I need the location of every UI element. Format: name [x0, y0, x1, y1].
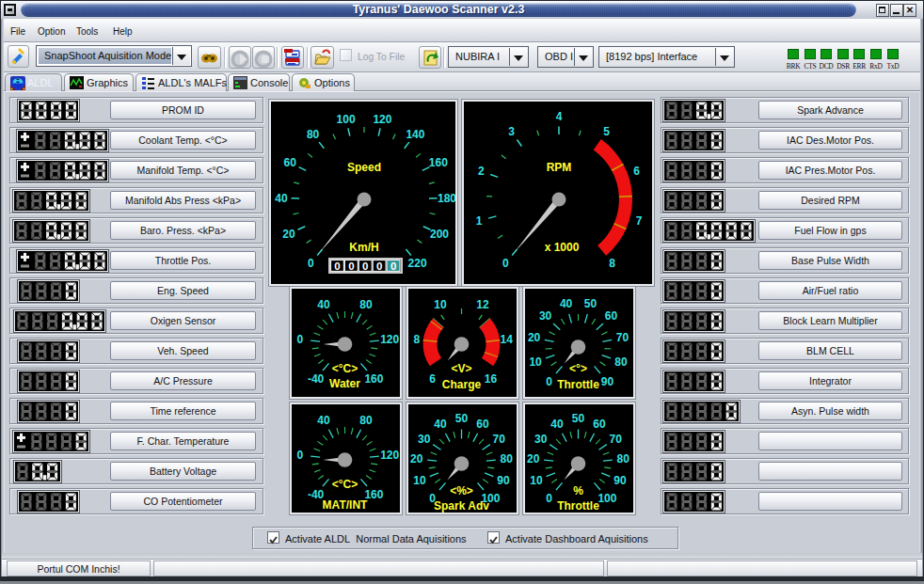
svg-text:80: 80 [359, 414, 373, 427]
svg-text:180: 180 [438, 192, 455, 205]
svg-text:Throttle: Throttle [557, 378, 599, 391]
svg-text:20: 20 [528, 331, 541, 344]
svg-text:140: 140 [406, 128, 424, 141]
svg-text:40: 40 [275, 192, 288, 205]
svg-text:20: 20 [282, 228, 295, 241]
svg-text:8: 8 [413, 333, 420, 346]
svg-text:120: 120 [380, 449, 399, 462]
svg-text:14: 14 [501, 333, 514, 346]
svg-text:120: 120 [380, 333, 399, 346]
svg-text:160: 160 [364, 372, 383, 386]
svg-text:80: 80 [359, 298, 373, 311]
svg-text:70: 70 [616, 331, 629, 344]
svg-text:70: 70 [610, 433, 623, 446]
svg-text:50: 50 [572, 412, 585, 425]
svg-text:10: 10 [413, 474, 426, 487]
svg-text:20: 20 [410, 452, 423, 466]
svg-text:Water: Water [329, 377, 360, 390]
svg-text:70: 70 [493, 433, 506, 446]
svg-text:Throttle: Throttle [557, 499, 599, 513]
svg-text:3: 3 [508, 125, 515, 138]
svg-text:120: 120 [373, 113, 391, 126]
svg-text:0: 0 [334, 260, 340, 272]
svg-text:40: 40 [560, 297, 573, 310]
svg-text:MAT/INT: MAT/INT [323, 498, 368, 512]
svg-text:0: 0 [376, 260, 382, 272]
svg-text:10: 10 [529, 355, 542, 369]
svg-text:90: 90 [613, 474, 627, 487]
svg-text:160: 160 [429, 156, 448, 169]
svg-text:100: 100 [597, 492, 616, 505]
svg-text:<°C>: <°C> [332, 362, 358, 375]
svg-text:6: 6 [633, 165, 640, 178]
svg-text:<V>: <V> [451, 362, 471, 375]
svg-text:40: 40 [550, 418, 564, 431]
svg-text:1: 1 [476, 214, 483, 228]
svg-text:50: 50 [584, 297, 597, 310]
svg-text:12: 12 [476, 298, 489, 311]
svg-text:0: 0 [296, 449, 303, 462]
svg-text:80: 80 [614, 355, 628, 369]
svg-text:Spark Adv: Spark Adv [434, 499, 489, 513]
svg-text:0: 0 [546, 375, 552, 388]
svg-text:100: 100 [337, 113, 356, 126]
svg-text:20: 20 [527, 452, 540, 466]
svg-text:200: 200 [430, 228, 449, 241]
svg-text:<°C>: <°C> [332, 478, 358, 491]
svg-text:40: 40 [317, 298, 330, 311]
svg-text:Charge: Charge [442, 378, 482, 391]
svg-text:Speed: Speed [347, 161, 381, 174]
svg-text:80: 80 [307, 128, 320, 141]
svg-text:80: 80 [617, 452, 630, 466]
svg-text:60: 60 [284, 156, 297, 169]
svg-text:0: 0 [362, 260, 368, 272]
svg-text:16: 16 [485, 372, 498, 386]
svg-text:220: 220 [408, 257, 427, 270]
svg-text:6: 6 [429, 372, 436, 386]
svg-text:30: 30 [539, 309, 552, 323]
svg-text:40: 40 [317, 414, 330, 427]
svg-text:80: 80 [501, 452, 514, 466]
svg-text:<%>: <%> [450, 484, 473, 497]
svg-text:-40: -40 [308, 372, 325, 386]
svg-text:0: 0 [296, 333, 303, 346]
svg-text:0: 0 [308, 257, 314, 270]
svg-text:2: 2 [478, 165, 485, 178]
svg-text:0: 0 [348, 260, 354, 272]
svg-text:160: 160 [364, 488, 383, 501]
svg-text:4: 4 [556, 110, 563, 123]
svg-text:60: 60 [476, 418, 489, 431]
svg-text:0: 0 [546, 492, 552, 505]
svg-text:5: 5 [603, 125, 610, 138]
svg-text:7: 7 [636, 214, 643, 228]
svg-text:10: 10 [434, 298, 447, 311]
svg-text:RPM: RPM [547, 161, 572, 174]
svg-text:0: 0 [502, 257, 509, 270]
svg-text:10: 10 [530, 474, 543, 487]
svg-text:30: 30 [534, 433, 548, 446]
svg-text:8: 8 [609, 257, 615, 270]
svg-text:Km/H: Km/H [349, 241, 378, 254]
svg-text:x 1000: x 1000 [545, 241, 580, 254]
svg-text:<°>: <°> [569, 362, 587, 375]
svg-text:90: 90 [497, 474, 510, 487]
svg-text:30: 30 [418, 433, 431, 446]
svg-text:50: 50 [455, 412, 469, 425]
svg-text:60: 60 [605, 309, 618, 323]
svg-text:%: % [573, 484, 583, 497]
svg-text:40: 40 [434, 418, 447, 431]
svg-text:0: 0 [390, 260, 396, 272]
svg-text:90: 90 [601, 375, 614, 388]
svg-text:60: 60 [593, 418, 606, 431]
